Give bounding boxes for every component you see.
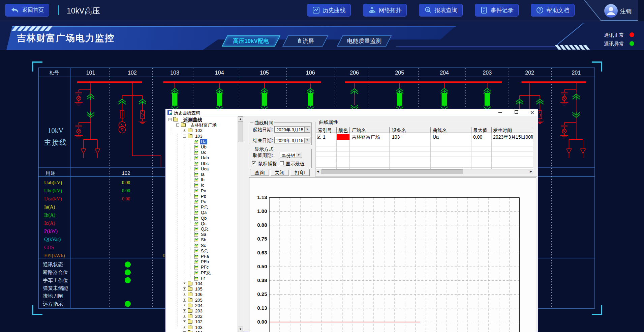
svg-text:用途: 用途: [45, 170, 56, 176]
svg-text:Ubc(kV): Ubc(kV): [44, 188, 62, 194]
svg-text:Uab(kV): Uab(kV): [44, 180, 62, 186]
svg-text:P(kW): P(kW): [44, 228, 58, 234]
svg-text:Ic(A): Ic(A): [44, 220, 55, 226]
svg-text:1.13: 1.13: [257, 194, 267, 200]
svg-text:0.25: 0.25: [257, 291, 267, 297]
svg-text:203: 203: [483, 70, 492, 76]
svg-text:105: 105: [260, 70, 269, 76]
svg-text:接地刀闸: 接地刀闸: [43, 293, 63, 299]
svg-text:主接线: 主接线: [44, 138, 67, 146]
svg-text:101: 101: [86, 70, 95, 76]
svg-text:Ia(A): Ia(A): [44, 204, 55, 210]
svg-text:弹簧未储能: 弹簧未储能: [43, 285, 68, 291]
svg-text:202: 202: [525, 70, 534, 76]
svg-text:0.38: 0.38: [257, 277, 267, 283]
svg-text:Uca(kV): Uca(kV): [44, 196, 62, 202]
svg-text:0.50: 0.50: [257, 264, 267, 269]
svg-text:手车工作位: 手车工作位: [43, 278, 68, 283]
svg-text:104: 104: [215, 70, 224, 76]
svg-text:205: 205: [395, 70, 404, 76]
svg-text:0.00: 0.00: [122, 196, 130, 201]
svg-text:1.00: 1.00: [257, 208, 267, 214]
svg-text:106: 106: [306, 70, 315, 76]
svg-text:远方指示: 远方指示: [43, 301, 63, 307]
svg-text:EPI(kWh): EPI(kWh): [44, 253, 65, 258]
svg-text:V: V: [121, 123, 123, 127]
svg-text:102: 102: [128, 70, 137, 76]
svg-text:0.00: 0.00: [122, 180, 130, 185]
svg-text:10kV: 10kV: [48, 127, 64, 135]
svg-text:0.88: 0.88: [257, 222, 267, 228]
svg-text:0.00: 0.00: [257, 319, 267, 325]
svg-text:Ib(A): Ib(A): [44, 212, 55, 218]
svg-text:204: 204: [440, 70, 449, 76]
svg-text:103: 103: [170, 70, 179, 76]
svg-text:柜号: 柜号: [49, 70, 59, 75]
svg-text:COS: COS: [44, 245, 54, 250]
svg-text:断路器合位: 断路器合位: [43, 270, 68, 275]
svg-text:0.63: 0.63: [257, 250, 267, 255]
svg-text:0.13: 0.13: [257, 305, 267, 311]
svg-text:V: V: [121, 128, 123, 132]
svg-text:通讯状态: 通讯状态: [43, 262, 63, 267]
svg-text:0.75: 0.75: [257, 236, 267, 242]
svg-text:102: 102: [122, 170, 130, 176]
svg-text:0.00: 0.00: [122, 188, 130, 193]
svg-text:201: 201: [572, 70, 581, 76]
svg-text:Q(kVar): Q(kVar): [44, 237, 61, 242]
svg-text:206: 206: [350, 70, 359, 76]
